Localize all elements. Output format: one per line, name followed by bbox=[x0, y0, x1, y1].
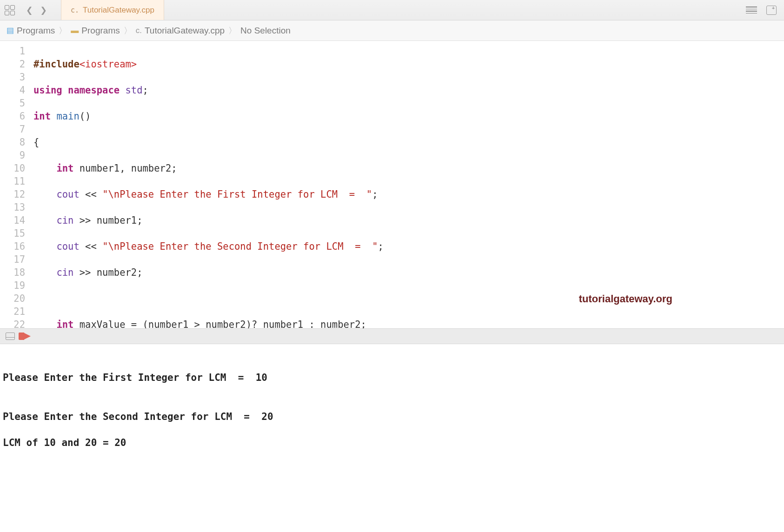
toolbar: ❮ ❯ c. TutorialGateway.cpp bbox=[0, 0, 784, 20]
tab-bar: c. TutorialGateway.cpp bbox=[61, 0, 164, 20]
panel-toggle-icon[interactable] bbox=[6, 332, 15, 340]
editor[interactable]: 12345678910111213141516171819202122 #inc… bbox=[0, 41, 784, 328]
cpp-file-icon: c. bbox=[71, 6, 79, 14]
add-editor-icon[interactable] bbox=[766, 6, 777, 15]
console-line: Please Enter the First Integer for LCM =… bbox=[3, 371, 781, 384]
crumb-4[interactable]: No Selection bbox=[240, 26, 291, 36]
cpp-file-icon: c. bbox=[136, 26, 142, 35]
watermark: tutorialgateway.org bbox=[579, 293, 672, 305]
code-area[interactable]: #include<iostream> using namespace std; … bbox=[31, 41, 784, 328]
nav-arrows: ❮ ❯ bbox=[26, 4, 47, 17]
crumb-2[interactable]: Programs bbox=[81, 26, 120, 36]
project-icon: ▤ bbox=[7, 26, 14, 35]
line-gutter: 12345678910111213141516171819202122 bbox=[0, 41, 31, 328]
adjust-editor-icon[interactable] bbox=[746, 7, 757, 13]
debug-bar bbox=[0, 328, 784, 344]
crumb-1[interactable]: Programs bbox=[17, 26, 55, 36]
breadcrumb[interactable]: ▤ Programs 〉 ▬ Programs 〉 c. TutorialGat… bbox=[0, 20, 784, 41]
chevron-right-icon: 〉 bbox=[124, 25, 132, 36]
forward-icon[interactable]: ❯ bbox=[40, 4, 47, 17]
folder-icon: ▬ bbox=[71, 26, 79, 35]
tab-label: TutorialGateway.cpp bbox=[83, 6, 154, 15]
console-output[interactable]: Please Enter the First Integer for LCM =… bbox=[0, 344, 784, 462]
tab-tutorialgateway[interactable]: c. TutorialGateway.cpp bbox=[61, 0, 164, 20]
console-line: Please Enter the Second Integer for LCM … bbox=[3, 410, 781, 423]
chevron-right-icon: 〉 bbox=[59, 25, 67, 36]
crumb-3[interactable]: TutorialGateway.cpp bbox=[145, 26, 225, 36]
chevron-right-icon: 〉 bbox=[228, 25, 237, 36]
navigator-grid-icon[interactable] bbox=[5, 5, 15, 15]
toolbar-right bbox=[746, 6, 779, 15]
breakpoint-tag-icon[interactable] bbox=[23, 332, 31, 340]
back-icon[interactable]: ❮ bbox=[26, 4, 33, 17]
console-line: LCM of 10 and 20 = 20 bbox=[3, 436, 781, 449]
